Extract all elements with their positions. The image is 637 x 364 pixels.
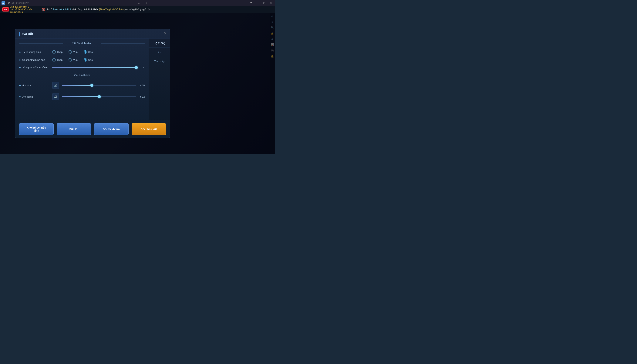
sua-loi-button[interactable]: Sửa lỗi (57, 123, 91, 135)
notification-text: inh ở Triệu Hồi Anh Linh nhận được Anh L… (47, 8, 272, 11)
so-nguoi-slider-thumb[interactable] (135, 66, 138, 69)
section-feature-title: Cài đặt tính năng (19, 42, 145, 45)
chat-luong-label: ◆ Chất lượng hình ảnh (19, 58, 49, 61)
bookmark-button[interactable]: ☆ (144, 1, 149, 5)
app-title: Pie (7, 2, 10, 4)
age-warning: Chơi quá 180 phút 1 ngày sẽ ảnh hưởng xấ… (10, 6, 33, 13)
home-button[interactable]: ⌂ (137, 1, 141, 5)
app-info: Pie Pie 5.21.218.1001 P64 (2, 1, 29, 5)
am-thanh-row: ◆ Âm thanh 🔊 50% (19, 91, 145, 102)
dialog-footer: Khôi phục mặc định Sửa lỗi Đổi tài khoản… (15, 120, 170, 138)
close-dialog-button[interactable]: ✕ (164, 32, 167, 35)
help-button[interactable]: ? (249, 1, 253, 5)
app-icon: Pie (2, 1, 5, 5)
am-thanh-label: ◆ Âm thanh (19, 95, 49, 98)
ty-le-vua-radio[interactable] (68, 50, 72, 54)
am-thanh-slider-track[interactable] (62, 96, 136, 97)
window-controls: ? — □ ✕ (249, 1, 274, 5)
so-nguoi-slider-container: 20 (52, 66, 145, 69)
tab-an[interactable]: Ẩn (149, 48, 170, 57)
notif-separator (38, 8, 38, 11)
am-thanh-sound-btn[interactable]: 🔊 (52, 93, 59, 100)
tab-he-thong[interactable]: Hệ thống (149, 38, 170, 48)
so-nguoi-label: ◆ Số người hiển thị tối đa (19, 66, 49, 69)
dialog-right-panel: Hệ thống Ẩn Treo máy (149, 38, 170, 120)
chat-luong-cao[interactable]: Cao (84, 58, 93, 62)
chat-luong-vua-radio[interactable] (68, 58, 72, 62)
am-nhac-slider-container: 40% (62, 84, 145, 87)
dialog-header: Cài đặt ✕ (15, 29, 170, 38)
am-nhac-slider-fill (62, 85, 92, 86)
am-thanh-value: 50% (138, 95, 145, 98)
ty-le-thap-radio[interactable] (52, 50, 56, 54)
header-accent (19, 32, 20, 36)
diamond-icon-2: ◆ (19, 58, 21, 61)
section-sound-title: Cài âm thành (19, 74, 145, 77)
am-thanh-slider-fill (62, 96, 99, 97)
app-subtitle: 5.21.218.1001 P64 (12, 2, 29, 4)
diamond-icon-4: ◆ (19, 84, 21, 87)
chat-luong-thap[interactable]: Thấp (52, 58, 62, 62)
ty-le-radio-group: Thấp Vừa Cao (52, 50, 93, 54)
so-nguoi-slider-track[interactable] (52, 67, 136, 68)
mute-icon: 🔇 (42, 8, 45, 11)
notification-bar: 18+ Chơi quá 180 phút 1 ngày sẽ ảnh hưởn… (0, 6, 275, 13)
nav-bar: ← ⌂ ☆ (129, 1, 148, 5)
am-nhac-label: ◆ Âm nhạc (19, 84, 49, 87)
chat-luong-vua[interactable]: Vừa (68, 58, 78, 62)
ty-le-thap[interactable]: Thấp (52, 50, 62, 54)
dialog-main: Cài đặt tính năng ◆ Tỷ lệ khung hình Thấ… (15, 38, 149, 120)
diamond-icon-5: ◆ (19, 95, 21, 98)
dialog-body: Cài đặt tính năng ◆ Tỷ lệ khung hình Thấ… (15, 38, 170, 120)
ty-le-cao-radio[interactable] (84, 50, 87, 54)
doi-nhan-vat-button[interactable]: Đổi nhân vật (132, 123, 166, 135)
game-area: ⚙ ≡ 🔍 🔒 ◆ 📊 🎮 🔔 Cài đặt ✕ Cài đặt tính n… (0, 13, 275, 154)
ty-le-label: ◆ Tỷ lệ khung hình (19, 50, 49, 54)
khoi-phuc-button[interactable]: Khôi phục mặc định (19, 123, 54, 135)
so-nguoi-slider-fill (52, 67, 136, 68)
am-nhac-slider-thumb[interactable] (90, 84, 93, 87)
maximize-button[interactable]: □ (262, 1, 266, 5)
age-badge: 18+ (2, 7, 9, 12)
close-button[interactable]: ✕ (268, 1, 274, 5)
minimize-button[interactable]: — (255, 1, 260, 5)
ty-le-row: ◆ Tỷ lệ khung hình Thấp Vừa (19, 48, 145, 56)
settings-dialog: Cài đặt ✕ Cài đặt tính năng ◆ Tỷ lệ khun… (15, 29, 170, 138)
am-thanh-slider-thumb[interactable] (98, 95, 101, 98)
am-nhac-row: ◆ Âm nhạc 🔊 40% (19, 80, 145, 91)
chat-luong-radio-group: Thấp Vừa Cao (52, 58, 93, 62)
ty-le-cao[interactable]: Cao (84, 50, 93, 54)
am-nhac-value: 40% (138, 84, 145, 87)
chat-luong-row: ◆ Chất lượng hình ảnh Thấp Vừa (19, 56, 145, 64)
diamond-icon-1: ◆ (19, 50, 21, 53)
chat-luong-thap-radio[interactable] (52, 58, 56, 62)
diamond-icon-3: ◆ (19, 66, 21, 69)
am-nhac-sound-btn[interactable]: 🔊 (52, 82, 59, 89)
am-nhac-slider-track[interactable] (62, 85, 136, 86)
modal-overlay: Cài đặt ✕ Cài đặt tính năng ◆ Tỷ lệ khun… (0, 13, 275, 154)
so-nguoi-row: ◆ Số người hiển thị tối đa 20 (19, 64, 145, 71)
back-button[interactable]: ← (129, 1, 134, 5)
so-nguoi-value: 20 (138, 66, 145, 69)
chat-luong-cao-radio[interactable] (84, 58, 87, 62)
title-bar: Pie Pie 5.21.218.1001 P64 ← ⌂ ☆ ? — □ ✕ (0, 0, 275, 6)
tab-treo[interactable]: Treo máy (149, 57, 170, 66)
ty-le-vua[interactable]: Vừa (68, 50, 78, 54)
dialog-title: Cài đặt (22, 32, 33, 36)
am-thanh-slider-container: 50% (62, 95, 145, 98)
doi-tai-khoan-button[interactable]: Đổi tài khoản (94, 123, 128, 135)
